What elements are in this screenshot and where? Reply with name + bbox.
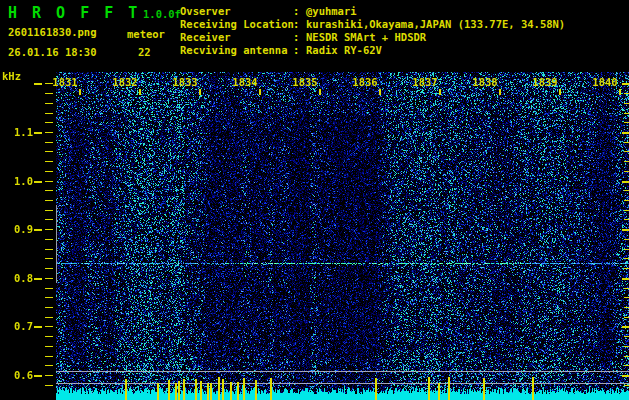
time-tick-label: 1837 (403, 76, 447, 88)
hrofft-window: H R O F F T 1.0.0f 2601161830.png meteor… (0, 0, 629, 400)
station-info-separator: : (293, 31, 306, 44)
output-filename: 2601161830.png (8, 26, 97, 38)
app-title: H R O F F T (8, 4, 140, 22)
freq-tick-label: 0.6 (0, 369, 33, 381)
freq-tick-label: 1.1 (0, 126, 33, 138)
time-tick-label: 1833 (163, 76, 207, 88)
station-info-row: Ovserver:@yuhmari (180, 5, 565, 18)
meteor-count-label: meteor (127, 28, 165, 40)
station-info-label: Recviving antenna (180, 44, 293, 57)
station-info-separator: : (293, 44, 306, 57)
station-info-row: Recviving antenna:Radix RY-62V (180, 44, 565, 57)
station-info: Ovserver:@yuhmariReceiving Location:kura… (180, 5, 565, 57)
station-info-separator: : (293, 5, 306, 18)
station-info-row: Receiver:NESDR SMArt + HDSDR (180, 31, 565, 44)
station-info-value: NESDR SMArt + HDSDR (306, 31, 426, 44)
station-info-separator: : (293, 18, 306, 31)
time-tick-label: 1839 (523, 76, 567, 88)
freq-tick-label: 0.9 (0, 223, 33, 235)
freq-tick-label: 0.8 (0, 272, 33, 284)
time-tick-label: 1834 (223, 76, 267, 88)
station-info-label: Receiving Location (180, 18, 293, 31)
app-version: 1.0.0f (143, 8, 181, 20)
time-tick-label: 1835 (283, 76, 327, 88)
station-info-label: Ovserver (180, 5, 293, 18)
station-info-value: @yuhmari (306, 5, 357, 18)
spectrogram-canvas (0, 70, 629, 400)
time-tick-label: 1832 (103, 76, 147, 88)
freq-tick-label: 0.7 (0, 320, 33, 332)
time-tick-label: 1831 (43, 76, 87, 88)
time-tick-label: 1838 (463, 76, 507, 88)
station-info-value: Radix RY-62V (306, 44, 382, 57)
time-tick-label: 1836 (343, 76, 387, 88)
time-tick-label: 1840 (583, 76, 627, 88)
freq-tick-label: 1.0 (0, 175, 33, 187)
observation-datetime: 26.01.16 18:30 (8, 46, 97, 58)
station-info-value: kurashiki,Okayama,JAPAN (133.77E, 34.58N… (306, 18, 565, 31)
station-info-label: Receiver (180, 31, 293, 44)
freq-axis-unit: kHz (2, 70, 21, 82)
meteor-count-value: 22 (138, 46, 151, 58)
station-info-row: Receiving Location:kurashiki,Okayama,JAP… (180, 18, 565, 31)
